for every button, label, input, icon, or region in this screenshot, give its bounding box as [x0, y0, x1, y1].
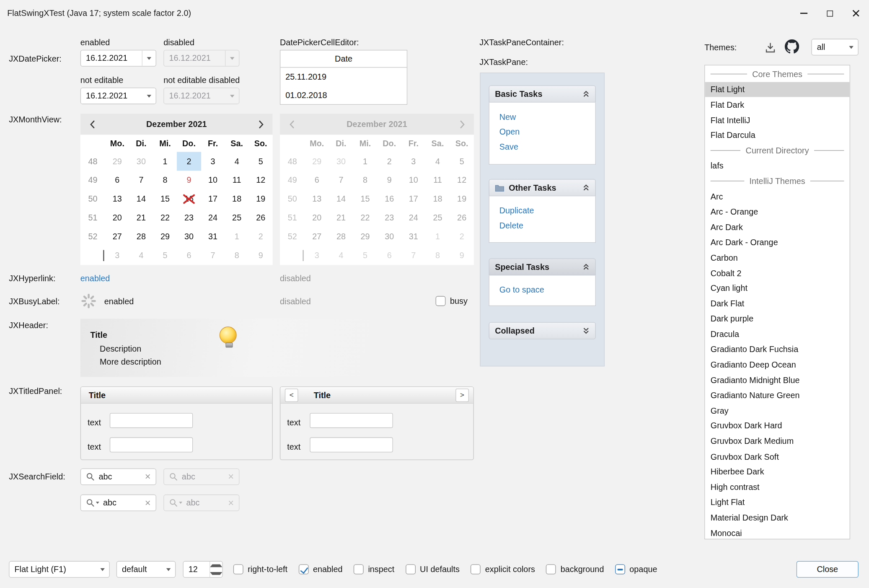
calendar-day-26[interactable]: 26 — [249, 208, 273, 227]
clear-icon[interactable]: × — [145, 472, 151, 482]
checkbox-opaque[interactable]: opaque — [615, 565, 657, 575]
calendar-day-17[interactable]: 17 — [201, 189, 225, 208]
checkbox-box[interactable] — [233, 565, 243, 575]
calendar-day-14[interactable]: 14 — [129, 189, 153, 208]
theme-item-arc-orange[interactable]: Arc - Orange — [705, 204, 849, 219]
theme-item-monocai[interactable]: Monocai — [705, 526, 849, 539]
calendar-day-20[interactable]: 20 — [105, 208, 129, 227]
taskpane-link-save[interactable]: Save — [489, 139, 595, 154]
titledpanel-right-button[interactable]: > — [455, 389, 469, 402]
theme-item-arc-dark[interactable]: Arc Dark — [705, 220, 849, 235]
theme-item-gradianto-midnight-blue[interactable]: Gradianto Midnight Blue — [705, 373, 849, 388]
datepicker-dropdown-button[interactable] — [142, 88, 156, 104]
calendar-day-30[interactable]: 30 — [177, 227, 201, 246]
table-row[interactable]: 25.11.2019 — [280, 67, 407, 86]
calendar-day-2[interactable]: 2 — [249, 227, 273, 246]
taskpane-link-open[interactable]: Open — [489, 124, 595, 139]
theme-item-gradianto-nature-green[interactable]: Gradianto Nature Green — [705, 388, 849, 403]
calendar-day-21[interactable]: 21 — [129, 208, 153, 227]
taskpane-link-delete[interactable]: Delete — [489, 218, 595, 233]
calendar-day-23[interactable]: 23 — [177, 208, 201, 227]
monthview-enabled[interactable]: Dezember 2021 Mo.Di.Mi.Do.Fr.Sa.So.48293… — [80, 114, 273, 265]
calendar-day-7[interactable]: 7 — [201, 246, 225, 265]
checkbox-box[interactable] — [546, 565, 556, 575]
calendar-day-30[interactable]: 30 — [129, 152, 153, 171]
theme-item-high-contrast[interactable]: High contrast — [705, 479, 849, 495]
taskpane-title-bar[interactable]: Other Tasks — [489, 179, 596, 196]
theme-item-dracula[interactable]: Dracula — [705, 326, 849, 342]
calendar-day-7[interactable]: 7 — [129, 171, 153, 189]
calendar-day-12[interactable]: 12 — [249, 171, 273, 189]
datepicker-dropdown-button[interactable] — [142, 50, 156, 66]
checkbox-inspect[interactable]: inspect — [354, 565, 394, 575]
checkbox-ui-defaults[interactable]: UI defaults — [406, 565, 460, 575]
theme-item-gradianto-deep-ocean[interactable]: Gradianto Deep Ocean — [705, 357, 849, 372]
calendar-day-15[interactable]: 15 — [153, 189, 177, 208]
table-row[interactable]: 01.02.2018 — [280, 86, 407, 104]
checkbox-explicit-colors[interactable]: explicit colors — [471, 565, 535, 575]
theme-item-flat-darcula[interactable]: Flat Darcula — [705, 128, 849, 143]
calendar-day-13[interactable]: 13 — [105, 189, 129, 208]
theme-item-gruvbox-dark-hard[interactable]: Gruvbox Dark Hard — [705, 418, 849, 433]
calendar-day-8[interactable]: 8 — [225, 246, 249, 265]
searchfield-enabled[interactable]: abc × — [80, 469, 156, 485]
titledpanel-left-button[interactable]: < — [285, 389, 298, 402]
calendar-day-19[interactable]: 19 — [249, 189, 273, 208]
close-button[interactable]: Close — [797, 561, 859, 578]
theme-item-carbon[interactable]: Carbon — [705, 250, 849, 265]
calendar-day-29[interactable]: 29 — [153, 227, 177, 246]
checkbox-box[interactable] — [436, 296, 446, 306]
theme-item-cyan-light[interactable]: Cyan light — [705, 281, 849, 296]
calendar-day-8[interactable]: 8 — [153, 171, 177, 189]
calendar-day-25[interactable]: 25 — [225, 208, 249, 227]
calendar-day-29[interactable]: 29 — [105, 152, 129, 171]
calendar-day-24[interactable]: 24 — [201, 208, 225, 227]
theme-item-arc-dark-orange[interactable]: Arc Dark - Orange — [705, 235, 849, 250]
text-input[interactable] — [110, 413, 193, 428]
theme-item-flat-dark[interactable]: Flat Dark — [705, 97, 849, 112]
checkbox-box[interactable] — [354, 565, 364, 575]
calendar-day-18[interactable]: 18 — [225, 189, 249, 208]
checkbox-background[interactable]: background — [546, 565, 604, 575]
collapse-double-chevron-up-icon[interactable] — [582, 91, 590, 98]
calendar-day-5[interactable]: 5 — [249, 152, 273, 171]
checkbox-box[interactable] — [471, 565, 481, 575]
expand-double-chevron-down-icon[interactable] — [582, 327, 590, 334]
taskpane-link-duplicate[interactable]: Duplicate — [489, 203, 595, 218]
calendar-day-6[interactable]: 6 — [105, 171, 129, 189]
datepicker-not-editable[interactable]: 16.12.2021 — [80, 88, 156, 104]
taskpane-title-bar[interactable]: Collapsed — [489, 322, 596, 339]
text-input[interactable] — [310, 413, 393, 428]
github-icon[interactable] — [785, 39, 799, 54]
theme-item-gray[interactable]: Gray — [705, 403, 849, 418]
text-input[interactable] — [110, 438, 193, 453]
minimize-button[interactable] — [791, 0, 817, 26]
font-size-spinner[interactable]: 12 — [183, 561, 222, 578]
maximize-button[interactable] — [817, 0, 843, 26]
calendar-day-31[interactable]: 31 — [201, 227, 225, 246]
celleditor-table[interactable]: Date 25.11.2019 01.02.2018 — [280, 50, 407, 105]
calendar-day-10[interactable]: 10 — [201, 171, 225, 189]
theme-item-material-design-dark[interactable]: Material Design Dark — [705, 510, 849, 525]
download-icon[interactable] — [764, 41, 776, 54]
themes-list[interactable]: Core ThemesFlat LightFlat DarkFlat Intel… — [704, 65, 850, 539]
checkbox-busy[interactable]: busy — [436, 296, 468, 306]
calendar-day-1[interactable]: 1 — [153, 152, 177, 171]
theme-item-dark-flat[interactable]: Dark Flat — [705, 296, 849, 311]
next-month-button[interactable] — [249, 120, 273, 128]
taskpane-link-go-to-space[interactable]: Go to space — [489, 282, 595, 297]
calendar-day-28[interactable]: 28 — [129, 227, 153, 246]
collapse-double-chevron-up-icon[interactable] — [582, 184, 590, 191]
theme-item-gradianto-dark-fuchsia[interactable]: Gradianto Dark Fuchsia — [705, 342, 849, 357]
close-window-button[interactable] — [843, 0, 869, 26]
theme-item-gruvbox-dark-soft[interactable]: Gruvbox Dark Soft — [705, 449, 849, 464]
calendar-day-3[interactable]: 3 — [201, 152, 225, 171]
taskpane-link-new[interactable]: New — [489, 109, 595, 124]
theme-item-flat-light[interactable]: Flat Light — [705, 82, 849, 97]
searchfield-with-menu-enabled[interactable]: abc × — [80, 495, 156, 511]
theme-item-light-flat[interactable]: Light Flat — [705, 495, 849, 510]
checkbox-right-to-left[interactable]: right-to-left — [233, 565, 287, 575]
style-combo[interactable]: default — [116, 561, 176, 578]
calendar-day-5[interactable]: 5 — [153, 246, 177, 265]
previous-month-button[interactable] — [80, 120, 104, 128]
